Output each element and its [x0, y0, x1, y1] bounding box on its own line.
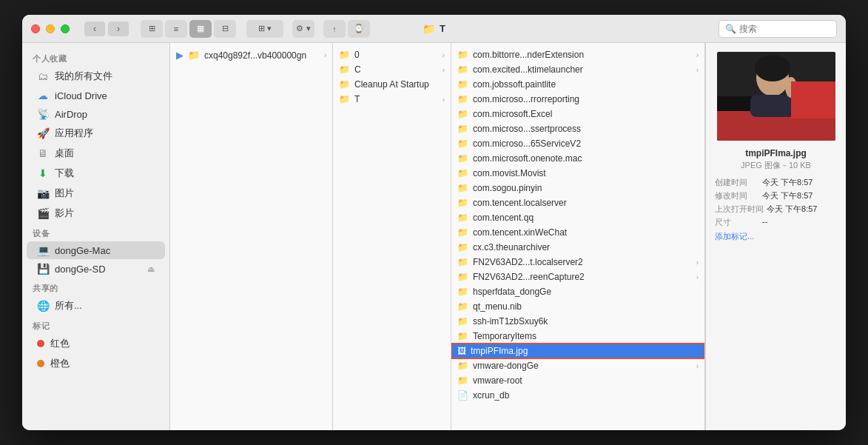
sidebar-item-orange[interactable]: 橙色: [27, 354, 165, 373]
col3-item-qq[interactable]: 📁 com.tencent.qq: [451, 210, 704, 225]
col3-label-sogou: com.sogou.pinyin: [473, 183, 542, 193]
modified-label: 修改时间: [715, 190, 759, 201]
col3-item-movist[interactable]: 📁 com.movist.Movist: [451, 166, 704, 181]
file-icon: 📄: [457, 390, 468, 401]
col1-chevron: ›: [324, 51, 326, 59]
preview-panel: tmpiPFIma.jpg JPEG 图像－10 KB 创建时间 今天 下午8:…: [705, 43, 846, 430]
sidebar-item-downloads[interactable]: ⬇ 下载: [27, 164, 165, 183]
col3-item-sogou[interactable]: 📁 com.sogou.pinyin: [451, 181, 704, 195]
col1-item-folder[interactable]: ▶ 📁 cxq40g892f...vb400000gn ›: [170, 47, 332, 63]
folder-icon: 📁: [339, 50, 350, 60]
col2-item-0[interactable]: 📁 0 ›: [333, 47, 451, 62]
search-bar[interactable]: 🔍: [719, 20, 837, 38]
folder-icon: 📁: [457, 124, 468, 134]
movies-icon: 🎬: [37, 207, 49, 219]
photos-icon: 📷: [37, 187, 49, 199]
sidebar-item-mac[interactable]: 💻 dongGe-Mac: [27, 241, 165, 259]
view-coverflow-button[interactable]: ⊟: [214, 20, 236, 38]
opened-value: 今天 下午8:57: [767, 204, 817, 215]
sidebar-item-icloud[interactable]: ☁ iCloud Drive: [27, 87, 165, 104]
col3-item-paintlite[interactable]: 📁 com.jobssoft.paintlite: [451, 77, 704, 92]
sidebar-item-photos[interactable]: 📷 图片: [27, 184, 165, 203]
add-tag-link[interactable]: 添加标记...: [715, 231, 837, 242]
folder-icon: 📁: [339, 79, 350, 90]
sidebar-label-orange: 橙色: [50, 357, 70, 370]
col2-label-0: 0: [354, 50, 360, 60]
arrange-button[interactable]: ⊞ ▾: [246, 20, 283, 38]
col3-item-wechat[interactable]: 📁 com.tencent.xinWeChat: [451, 225, 704, 240]
traffic-lights: [31, 24, 70, 33]
col3-item-vmware-root[interactable]: 📁 vmware-root: [451, 373, 704, 388]
sidebar-item-red[interactable]: 红色: [27, 334, 165, 353]
preview-filename: tmpiPFIma.jpg: [745, 148, 807, 158]
col3-label-hsperfdata: hsperfdata_dongGe: [473, 287, 551, 297]
col3-item-rrorreporting[interactable]: 📁 com.microso...rrorreporting: [451, 92, 704, 107]
col3-label-vmware-root: vmware-root: [473, 375, 522, 386]
mac-icon: 💻: [37, 244, 49, 256]
sidebar-label-desktop: 桌面: [55, 147, 74, 160]
col2-chevron-0: ›: [443, 51, 445, 59]
svg-rect-5: [750, 95, 795, 117]
action-button[interactable]: ⚙ ▾: [292, 20, 314, 38]
search-area: 🔍: [719, 20, 837, 38]
col2-item-c[interactable]: 📁 C ›: [333, 62, 451, 77]
folder-icon: 📁: [457, 272, 468, 282]
chevron: ›: [696, 66, 699, 74]
col3-item-vmware-donge[interactable]: 📁 vmware-dongGe ›: [451, 358, 704, 373]
sidebar-section-devices: 设备: [22, 224, 169, 241]
col3-item-hsperfdata[interactable]: 📁 hsperfdata_dongGe: [451, 284, 704, 299]
col3-item-localserver[interactable]: 📁 com.tencent.localserver: [451, 195, 704, 210]
sidebar-item-desktop[interactable]: 🖥 桌面: [27, 144, 165, 163]
col3-item-excited[interactable]: 📁 com.excited...ktimelauncher ›: [451, 62, 704, 77]
back-button[interactable]: ‹: [84, 21, 105, 36]
sidebar-item-movies[interactable]: 🎬 影片: [27, 204, 165, 223]
col3-item-unarchiver[interactable]: 📁 cx.c3.theunarchiver: [451, 240, 704, 255]
chevron: ›: [696, 258, 699, 267]
view-icon-button[interactable]: ⊞: [141, 20, 163, 38]
col3-item-tmpi[interactable]: 🖼 tmpiPFIma.jpg: [451, 344, 704, 358]
sidebar-item-shared[interactable]: 🌐 所有...: [27, 296, 165, 315]
share-button[interactable]: ↑: [323, 20, 346, 38]
search-input[interactable]: [739, 24, 830, 34]
folder-icon: 📁: [457, 213, 468, 223]
close-button[interactable]: [31, 24, 40, 33]
col3-item-ssertprocess[interactable]: 📁 com.microso...ssertprocess: [451, 121, 704, 136]
folder-icon: 📁: [457, 79, 468, 90]
folder-icon: ▶: [176, 50, 184, 61]
col3-item-excel[interactable]: 📁 com.microsoft.Excel: [451, 107, 704, 121]
folder-icon: 📁: [339, 64, 350, 75]
minimize-button[interactable]: [46, 24, 55, 33]
col3-item-ssh[interactable]: 📁 ssh-imT1zbSxuy6k: [451, 314, 704, 329]
col3-item-bittorre[interactable]: 📁 com.bittorre...nderExtension ›: [451, 47, 704, 62]
col2-item-t[interactable]: 📁 T ›: [333, 92, 451, 107]
sidebar-item-all-files[interactable]: 🗂 我的所有文件: [27, 67, 165, 86]
col3-label-ssertprocess: com.microso...ssertprocess: [473, 124, 581, 134]
tag-button[interactable]: ⌚: [348, 20, 370, 38]
col2-item-cleanup[interactable]: 📁 Cleanup At Startup: [333, 77, 451, 92]
col3-item-onenote[interactable]: 📁 com.microsoft.onenote.mac: [451, 151, 704, 166]
sidebar-label-mac: dongGe-Mac: [55, 245, 110, 256]
sidebar-item-apps[interactable]: 🚀 应用程序: [27, 124, 165, 143]
sidebar-item-sd[interactable]: 💾 dongGe-SD ⏏: [27, 260, 165, 278]
view-list-button[interactable]: ≡: [165, 20, 187, 38]
sidebar-item-airdrop[interactable]: 📡 AirDrop: [27, 105, 165, 123]
chevron: ›: [696, 273, 699, 281]
sidebar-label-movies: 影片: [55, 207, 74, 220]
col3-item-temporary[interactable]: 📁 TemporaryItems: [451, 329, 704, 344]
col3-item-qtmenu[interactable]: 📁 qt_menu.nib: [451, 299, 704, 314]
preview-created: 创建时间 今天 下午8:57: [715, 177, 837, 188]
eject-icon[interactable]: ⏏: [147, 264, 155, 274]
view-column-button[interactable]: ▦: [189, 20, 212, 38]
forward-button[interactable]: ›: [108, 21, 129, 36]
image-file-icon: 🖼: [457, 346, 466, 356]
col3-item-fn2v63-2[interactable]: 📁 FN2V63AD2...reenCapture2 ›: [451, 270, 704, 284]
sidebar-label-sd: dongGe-SD: [55, 264, 106, 275]
sidebar-section-tags: 标记: [22, 316, 169, 333]
col3-label-movist: com.movist.Movist: [473, 168, 546, 178]
col3-label-rrorreporting: com.microso...rrorreporting: [473, 94, 579, 104]
sidebar-section-shared: 共享的: [22, 278, 169, 295]
col3-item-xcrun[interactable]: 📄 xcrun_db: [451, 388, 704, 403]
col3-item-65service[interactable]: 📁 com.microso...65ServiceV2: [451, 136, 704, 151]
col3-item-fn2v63-1[interactable]: 📁 FN2V63AD2...t.localserver2 ›: [451, 255, 704, 270]
maximize-button[interactable]: [61, 24, 70, 33]
